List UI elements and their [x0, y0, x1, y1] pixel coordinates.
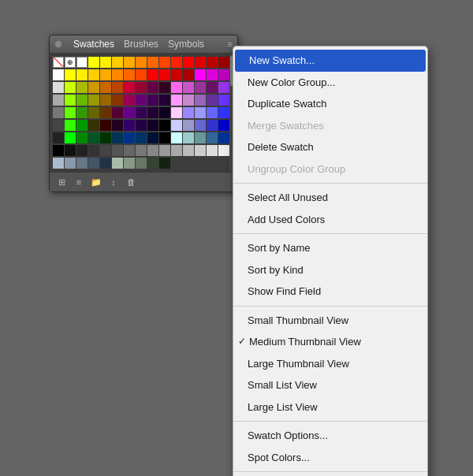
swatch-cell[interactable]: [171, 132, 182, 143]
swatch-cell[interactable]: [136, 57, 147, 68]
medium-thumbnail-view[interactable]: Medium Thumbnail View: [233, 331, 427, 353]
swatch-cell[interactable]: [65, 132, 76, 143]
swatch-cell[interactable]: [112, 158, 123, 169]
swatch-cell[interactable]: [100, 107, 111, 118]
swatch-cell[interactable]: [183, 120, 194, 131]
swatch-cell[interactable]: [159, 82, 170, 93]
swatch-cell[interactable]: [112, 57, 123, 68]
swatch-cell[interactable]: [76, 120, 88, 131]
swatch-cell[interactable]: [53, 158, 64, 169]
new-swatch[interactable]: New Swatch...: [235, 50, 426, 72]
swatch-cell[interactable]: [112, 95, 123, 106]
swatch-cell[interactable]: [76, 107, 88, 118]
swatch-cell[interactable]: [53, 107, 64, 118]
swatch-cell[interactable]: [218, 69, 229, 80]
panel-menu-button[interactable]: ≡: [228, 39, 233, 49]
swatch-cell[interactable]: [53, 69, 64, 80]
swatch-cell[interactable]: [112, 132, 123, 143]
swatch-cell[interactable]: [171, 145, 182, 156]
swatch-cell[interactable]: [207, 107, 218, 118]
swatch-cell[interactable]: [100, 82, 111, 93]
swatch-cell[interactable]: [147, 82, 158, 93]
swatch-cell[interactable]: [195, 57, 206, 68]
show-find-field[interactable]: Show Find Field: [233, 281, 427, 303]
swatch-cell[interactable]: [147, 132, 158, 143]
swatch-cell[interactable]: [112, 69, 123, 80]
swatch-cell[interactable]: [124, 82, 135, 93]
swatch-cell[interactable]: [195, 69, 206, 80]
swatch-cell[interactable]: [76, 69, 88, 80]
swatch-cell[interactable]: [147, 95, 158, 106]
swatch-cell[interactable]: [218, 132, 229, 143]
swatch-cell[interactable]: [53, 82, 64, 93]
swatch-cell[interactable]: [53, 120, 64, 131]
delete-swatch[interactable]: Delete Swatch: [233, 136, 427, 158]
swatch-cell[interactable]: [65, 120, 76, 131]
swatch-cell[interactable]: [147, 69, 158, 80]
swatch-cell[interactable]: [112, 107, 123, 118]
swatch-cell[interactable]: [207, 132, 218, 143]
swatch-cell[interactable]: [88, 158, 99, 169]
swatch-cell[interactable]: [171, 120, 182, 131]
swatch-cell[interactable]: [171, 107, 182, 118]
swatch-cell[interactable]: [195, 145, 206, 156]
grid-view-icon[interactable]: ⊞: [54, 175, 69, 189]
sort-by-name[interactable]: Sort by Name: [233, 237, 427, 259]
swatch-cell[interactable]: [183, 69, 194, 80]
swatch-cell[interactable]: [88, 82, 99, 93]
swatch-cell[interactable]: [100, 95, 111, 106]
swatch-cell[interactable]: [65, 145, 76, 156]
swatch-cell[interactable]: [136, 158, 147, 169]
swatch-cell[interactable]: [171, 82, 182, 93]
swatch-cell[interactable]: [171, 95, 182, 106]
trash-icon[interactable]: 🗑: [124, 175, 138, 189]
swatch-cell[interactable]: [76, 145, 88, 156]
swatch-cell[interactable]: [159, 95, 170, 106]
swatch-cell[interactable]: [124, 95, 135, 106]
swatch-cell[interactable]: [183, 95, 194, 106]
swatch-options[interactable]: Swatch Options...: [233, 425, 427, 447]
small-list-view[interactable]: Small List View: [233, 374, 427, 396]
swatch-cell[interactable]: [88, 107, 99, 118]
swatch-cell[interactable]: [76, 82, 88, 93]
swatch-cell[interactable]: [65, 95, 76, 106]
tab-swatches[interactable]: Swatches: [69, 39, 119, 50]
swatch-cell[interactable]: [207, 69, 218, 80]
swatch-cell[interactable]: [218, 120, 229, 131]
swatch-cell[interactable]: [136, 82, 147, 93]
swatch-cell[interactable]: [88, 145, 99, 156]
swatch-cell[interactable]: [100, 69, 111, 80]
swatch-cell[interactable]: [218, 95, 229, 106]
swatch-cell[interactable]: [112, 82, 123, 93]
swatch-cell[interactable]: [147, 120, 158, 131]
swatch-cell[interactable]: [124, 158, 135, 169]
new-color-group[interactable]: New Color Group...: [233, 72, 427, 94]
swatch-cell[interactable]: [124, 69, 135, 80]
swatch-cell[interactable]: [183, 132, 194, 143]
swatch-cell[interactable]: [159, 69, 170, 80]
swatch-cell[interactable]: [65, 82, 76, 93]
swatch-cell[interactable]: [218, 107, 229, 118]
swatch-cell[interactable]: [112, 145, 123, 156]
swatch-cell[interactable]: [147, 145, 158, 156]
swatch-cell[interactable]: [124, 107, 135, 118]
swatch-cell[interactable]: [218, 57, 229, 68]
swatch-cell[interactable]: [183, 145, 194, 156]
swatch-cell[interactable]: [100, 158, 111, 169]
swatch-cell[interactable]: [159, 145, 170, 156]
add-used-colors[interactable]: Add Used Colors: [233, 209, 427, 231]
swatch-cell[interactable]: [100, 57, 111, 68]
swatch-cell[interactable]: [147, 57, 158, 68]
swatch-cell[interactable]: [183, 82, 194, 93]
swatch-cell[interactable]: [76, 158, 88, 169]
swatch-cell[interactable]: [136, 69, 147, 80]
swatch-cell[interactable]: [195, 120, 206, 131]
swatch-cell[interactable]: [207, 57, 218, 68]
swatch-cell[interactable]: [171, 69, 182, 80]
sort-by-kind[interactable]: Sort by Kind: [233, 259, 427, 281]
swatch-cell[interactable]: [88, 120, 99, 131]
swatch-cell[interactable]: [136, 145, 147, 156]
swatch-cell[interactable]: [53, 145, 64, 156]
swatch-cell[interactable]: [218, 82, 229, 93]
list-view-icon[interactable]: ≡: [72, 175, 86, 189]
